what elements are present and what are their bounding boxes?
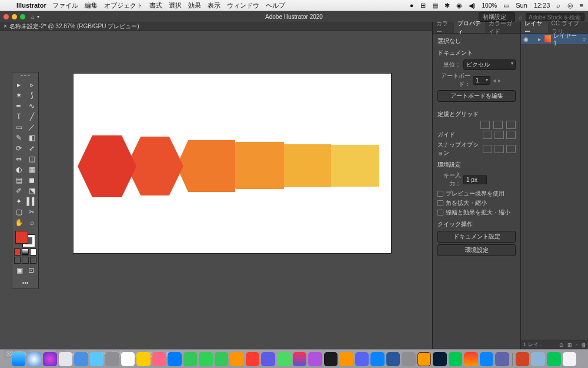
shape-3[interactable] [176,140,235,192]
dock-appstore[interactable] [168,352,182,366]
rotate-tool[interactable]: ⟳ [12,143,25,154]
dock-powerpoint[interactable] [516,352,530,366]
battery-text[interactable]: 100% [482,2,497,9]
zoom-tool[interactable]: ⌕ [25,217,38,228]
ruler-icon[interactable] [480,121,490,129]
new-sublayer-icon[interactable]: ⊞ [567,342,572,348]
locate-icon[interactable]: ⊙ [559,342,564,348]
dock-trash[interactable] [563,352,577,366]
day-text[interactable]: Sun [516,2,527,9]
artboard[interactable] [74,74,391,253]
close-tab-icon[interactable]: × [4,23,7,29]
snap-pixel-icon[interactable] [506,145,516,153]
eyedropper-tool[interactable]: ✐ [12,185,25,196]
dock-calendar[interactable] [121,352,135,366]
magic-wand-tool[interactable]: ✶ [12,90,25,101]
dock-itunes[interactable] [293,352,307,366]
dock-grammarly[interactable] [449,352,463,366]
dock-messages-app[interactable] [90,352,104,366]
snap-grid-icon[interactable] [495,145,504,153]
scale-tool[interactable]: ⤢ [25,143,38,154]
line-icon[interactable]: ● [410,2,414,9]
dock-launchpad[interactable] [59,352,73,366]
dock-pdf[interactable] [246,352,260,366]
layer-name[interactable]: レイヤー 1 [553,32,577,47]
spotlight-icon[interactable]: ⌕ [556,2,560,9]
graph-tool[interactable]: ▌▌ [25,196,38,207]
guide-lock-icon[interactable] [495,131,504,139]
dock-numbers[interactable] [261,352,275,366]
menu-effect[interactable]: 効果 [188,1,201,10]
dock-safari[interactable] [27,352,41,366]
wifi-icon[interactable]: ◉ [456,2,462,9]
dock-music[interactable] [152,352,166,366]
dock-photoshop[interactable] [433,352,447,366]
none-mode-icon[interactable] [30,248,36,256]
next-artboard-icon[interactable]: ▸ [498,77,501,84]
menu-window[interactable]: ウィンドウ [227,1,259,10]
menu-help[interactable]: ヘルプ [266,1,285,10]
menu-type[interactable]: 書式 [149,1,162,10]
selection-tool[interactable]: ▸ [12,79,25,90]
dock-word[interactable] [386,352,400,366]
dock-messages[interactable] [199,352,213,366]
target-icon[interactable]: ○ [582,36,586,42]
dock-siri[interactable] [43,352,57,366]
dock-tv[interactable] [324,352,338,366]
gradient-mode-icon[interactable] [22,248,28,256]
menu-select[interactable]: 選択 [169,1,182,10]
notif-icon[interactable]: ≡ [580,2,583,9]
tab-properties[interactable]: プロパティ [454,22,485,33]
minimize-window-icon[interactable] [12,14,17,19]
line-tool[interactable]: ╱ [25,111,38,122]
tab-color[interactable]: カラー [433,22,454,33]
dock-facetime[interactable] [183,352,198,366]
symbol-spray-tool[interactable]: ✦ [12,196,25,207]
shape-builder-tool[interactable]: ◐ [12,164,25,175]
snap-point-icon[interactable] [483,145,492,153]
dock-line[interactable] [277,352,291,366]
dock-podcasts[interactable] [308,352,322,366]
dock-folder[interactable] [531,352,545,366]
fill-stroke-swatch[interactable] [15,231,35,247]
artboard-select[interactable]: 1 [473,76,490,85]
tab-color-guide[interactable]: カラーガイド [485,22,520,33]
checkbox-scale-strokes[interactable] [437,210,443,216]
menu-view[interactable]: 表示 [208,1,220,10]
bluetooth-icon[interactable]: ✱ [445,2,450,9]
eraser-tool[interactable]: ◧ [25,132,38,143]
free-transform-tool[interactable]: ◫ [25,154,38,164]
volume-icon[interactable]: ◀) [469,2,476,9]
delete-layer-icon[interactable]: 🗑 [581,342,586,348]
dock-teams[interactable] [495,352,509,366]
edit-artboard-button[interactable]: アートボードを編集 [437,90,516,102]
transparency-grid-icon[interactable] [506,121,516,129]
perspective-tool[interactable]: ▦ [25,164,38,175]
dock-cc[interactable] [464,352,478,366]
dock-excel[interactable] [215,352,229,366]
prev-artboard-icon[interactable]: ◂ [493,77,496,84]
menu-object[interactable]: オブジェクト [104,1,143,10]
chevron-right-icon[interactable]: ▸ [538,36,542,42]
new-layer-icon[interactable]: ▫ [576,342,577,348]
app-name[interactable]: Illustrator [16,2,46,9]
panel-grip[interactable] [12,75,38,78]
tab-layers[interactable]: レイヤー [521,22,548,33]
dock-notes[interactable] [136,352,151,366]
battery-icon[interactable]: ▭ [503,2,509,9]
checkbox-scale-corners[interactable] [437,200,443,206]
edit-toolbar-icon[interactable]: ••• [12,277,38,289]
visibility-icon[interactable]: ◉ [523,36,529,42]
dock-settings[interactable] [105,352,119,366]
draw-behind-icon[interactable] [22,257,28,264]
lasso-tool[interactable]: ⟆ [25,90,38,101]
tray-icon[interactable]: ⊞ [420,2,426,9]
dock-finder[interactable] [12,352,26,366]
dock-books[interactable] [339,352,353,366]
dock-discord[interactable] [355,352,369,366]
unit-select[interactable]: ピクセル [463,59,516,70]
dock-mail[interactable] [74,352,88,366]
slice-tool[interactable]: ✂ [25,207,38,217]
doc-setup-button[interactable]: ドキュメント設定 [437,231,516,243]
grid-icon[interactable] [493,121,503,129]
